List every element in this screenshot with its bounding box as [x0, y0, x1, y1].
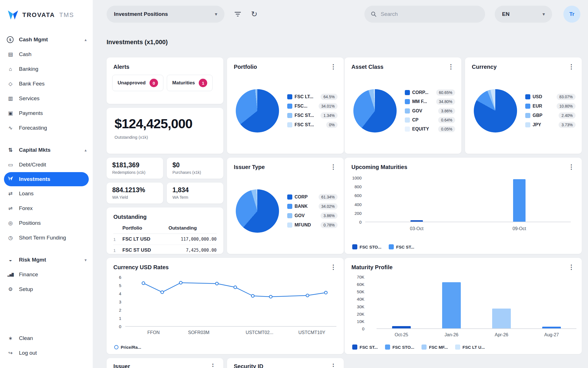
sidebar-section-capital-mkts[interactable]: ⇅ Capital Mkts ▴ [0, 143, 93, 157]
card-menu-button[interactable]: ⋮ [567, 64, 576, 70]
sidebar-item-setup[interactable]: ⚙ Setup [0, 282, 93, 297]
legend-item: EUR 10.80% [525, 103, 576, 110]
legend-color-chip [525, 113, 530, 118]
sidebar-item-banking[interactable]: ⌂ Banking [0, 62, 93, 76]
legend-color-chip [287, 222, 292, 228]
sidebar-item-services[interactable]: ▥ Services [0, 91, 93, 106]
swap-icon: ⇄ [7, 191, 14, 197]
sidebar-item-bank-fees[interactable]: ◇ Bank Fees [0, 76, 93, 91]
card-menu-button[interactable]: ⋮ [329, 164, 338, 170]
x-axis-label: Apr-26 [495, 332, 508, 337]
legend-color-chip [287, 104, 292, 109]
bar-09-oct [513, 179, 526, 222]
asset-class-pie-chart [353, 89, 397, 132]
sidebar-item-loans[interactable]: ⇄ Loans [0, 186, 93, 201]
wa-term-stat-card: 1,834 WA Term [167, 183, 223, 204]
x-axis-label: USTCMT02... [246, 330, 273, 335]
y-axis-ticks: 70K60K50K40K30K20K10K0 [349, 275, 364, 331]
card-menu-button[interactable]: ⋮ [329, 64, 338, 70]
y-axis-tick: 60K [357, 282, 364, 287]
user-avatar[interactable]: Tr [563, 6, 580, 23]
legend-color-chip [287, 204, 292, 209]
legend-item: FSC ST... [352, 345, 378, 350]
card-title: Portfolio [234, 64, 257, 70]
refresh-button[interactable]: ↻ [251, 10, 258, 18]
card-menu-button[interactable]: ⋮ [209, 363, 217, 368]
card-menu-button[interactable]: ⋮ [329, 363, 338, 368]
legend-color-chip [287, 122, 292, 127]
card-menu-button[interactable]: ⋮ [567, 264, 576, 270]
sidebar-item-log-out[interactable]: ↪ Log out [0, 346, 93, 360]
brand-name: TROVATA [22, 11, 55, 19]
table-row: 1 FSC ST USD 7,425,000.00 [113, 245, 217, 256]
upcoming-maturities-card: Upcoming Maturities ⋮ 10008006004002000 … [345, 158, 582, 254]
sidebar-item-cash[interactable]: ▤ Cash [0, 47, 93, 62]
legend-item: EQUITY 0.05% [405, 126, 455, 132]
legend-value: 2.40% [559, 112, 576, 119]
bank-icon: ⌂ [7, 66, 14, 72]
search-input[interactable] [381, 11, 479, 17]
sidebar-item-finance[interactable]: ▂▅█ Finance [0, 267, 93, 282]
issuer-type-legend: CORP 61.34% BANK 34.02% GOV 3.86% [287, 189, 338, 233]
logout-icon: ↪ [7, 350, 14, 356]
y-axis-tick: 1 [119, 316, 121, 321]
sidebar-footer: ∗ Clean ↪ Log out [0, 331, 93, 368]
sidebar-item-forecasting[interactable]: ∿ Forecasting [0, 121, 93, 135]
language-dropdown[interactable]: EN ▾ [495, 6, 552, 23]
card-menu-button[interactable]: ⋮ [447, 64, 455, 70]
legend-value: 3.86% [438, 108, 455, 114]
search-bar[interactable] [364, 6, 485, 23]
y-axis-tick: 20K [357, 312, 364, 316]
app-root: TROVATA TMS $ Cash Mgmt ▴ ▤ Cash ⌂ Banki… [0, 0, 588, 368]
y-axis-tick: 70K [357, 275, 364, 279]
y-axis-tick: 0 [119, 324, 121, 329]
card-title: Currency [472, 64, 497, 70]
unapproved-alert-chip[interactable]: Unapproved 0 [112, 75, 163, 91]
legend-item: MFUND 0.78% [287, 222, 338, 228]
sidebar-section-cash-mgmt[interactable]: $ Cash Mgmt ▴ [0, 32, 93, 47]
card-title: Security ID [234, 363, 263, 368]
legend-value: 0.64% [438, 117, 455, 123]
legend-label: BANK [295, 204, 308, 209]
legend-item: FSC STO... [385, 345, 414, 350]
x-axis-label: 09-Oct [513, 226, 526, 231]
currency-legend: USD 83.07% EUR 10.80% GBP 2.40% [525, 89, 576, 132]
legend-color-chip [287, 194, 292, 200]
legend-item: BANK 34.02% [287, 203, 338, 210]
alerts-card: Alerts Unapproved 0 Maturities 1 [107, 57, 223, 104]
sidebar-item-payments[interactable]: ▣ Payments [0, 106, 93, 121]
legend-value: 0.78% [321, 222, 338, 228]
sidebar-section-risk-mgmt[interactable]: ◒ Risk Mgmt ▾ [0, 253, 93, 267]
legend-item: FSC STO... [352, 244, 381, 249]
outstanding-table-card: Outstanding Portfolio Outstanding 1 FSC … [107, 207, 223, 254]
sidebar-item-label: Investments [19, 176, 50, 182]
legend-label: EUR [533, 104, 542, 109]
legend-label: MFUND [295, 222, 311, 228]
legend-item: FSC LT U... [455, 345, 485, 350]
card-menu-button[interactable]: ⋮ [329, 264, 338, 270]
sidebar-item-short-term-funding[interactable]: ◷ Short Term Funding [0, 230, 93, 245]
bar-aug-27 [542, 327, 561, 328]
y-axis-tick: 600 [354, 193, 362, 198]
legend-item: CORP 61.34% [287, 194, 338, 200]
legend-color-chip [389, 244, 394, 249]
capital-markets-icon: ⇅ [7, 147, 14, 153]
sidebar-item-label: Positions [19, 220, 41, 226]
sidebar-item-clean[interactable]: ∗ Clean [0, 331, 93, 346]
sidebar-item-positions[interactable]: ◎ Positions [0, 216, 93, 230]
x-axis-label: 03-Oct [410, 226, 423, 231]
sidebar-item-forex[interactable]: ⇌ Forex [0, 201, 93, 216]
bar-chart-icon: ▂▅█ [7, 273, 14, 277]
card-menu-button[interactable]: ⋮ [567, 164, 576, 170]
language-value: EN [502, 11, 509, 17]
investments-icon [7, 176, 14, 182]
legend-label: GOV [295, 213, 305, 218]
sidebar-item-investments[interactable]: Investments [4, 172, 89, 186]
sidebar-item-debt-credit[interactable]: ▭ Debt/Credit [0, 157, 93, 172]
view-selector-dropdown[interactable]: Investment Positions ▾ [107, 6, 224, 23]
row-portfolio: FSC ST USD [122, 247, 166, 253]
legend-label: FSC ST... [295, 122, 314, 127]
filter-button[interactable] [234, 11, 241, 17]
maturities-alert-chip[interactable]: Maturities 1 [167, 75, 213, 91]
y-axis-tick: 3 [119, 300, 121, 304]
